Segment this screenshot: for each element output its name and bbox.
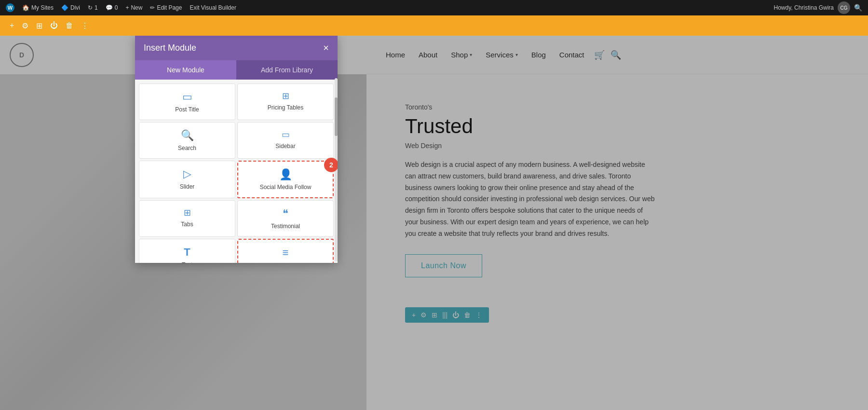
module-social-media-follow[interactable]: 👤 Social Media Follow 2 (237, 161, 334, 198)
module-slider[interactable]: ▷ Slider (139, 161, 235, 198)
tab-add-from-library[interactable]: Add From Library (236, 60, 338, 80)
avatar: CG (838, 1, 850, 14)
search-module-icon: 🔍 (181, 129, 194, 142)
pencil-icon: ✏ (150, 4, 155, 11)
slider-icon: ▷ (183, 168, 191, 180)
home-icon: 🏠 (22, 4, 29, 11)
social-media-icon: 👤 (279, 168, 292, 181)
refresh-icon: ↻ (88, 4, 93, 11)
scrollbar-thumb[interactable] (335, 97, 338, 136)
module-text[interactable]: T Text (139, 239, 235, 263)
plus-icon: + (125, 4, 129, 11)
add-section-button[interactable]: + (8, 19, 16, 32)
more-button[interactable]: ⋮ (79, 19, 91, 32)
pricing-tables-icon: ⊞ (282, 91, 289, 101)
page-wrapper: D Home About Shop ▾ Services ▾ (0, 36, 868, 410)
modal-title: Insert Module (144, 43, 196, 53)
tabs-icon: ⊞ (184, 207, 191, 218)
module-pricing-tables[interactable]: ⊞ Pricing Tables (237, 83, 334, 120)
post-title-icon: ▭ (182, 91, 192, 103)
exit-vb-link[interactable]: Exit Visual Builder (190, 4, 236, 11)
module-tabs[interactable]: ⊞ Tabs (139, 200, 235, 237)
search-icon[interactable]: 🔍 (854, 4, 862, 12)
wp-icon: W (6, 3, 14, 12)
wp-logo[interactable]: W (6, 3, 14, 12)
my-sites-link[interactable]: 🏠 My Sites (22, 4, 54, 11)
comment-icon: 💬 (106, 4, 113, 11)
module-search[interactable]: 🔍 Search (139, 122, 235, 159)
disable-button[interactable]: ⏻ (48, 19, 60, 32)
vb-toolbar: + ⚙ ⊞ ⏻ 🗑 ⋮ (0, 15, 868, 36)
admin-right: Howdy, Christina Gwira CG 🔍 (774, 1, 862, 14)
layout-button[interactable]: ⊞ (34, 19, 44, 32)
comments-link[interactable]: 💬 0 (106, 4, 118, 11)
modal-close-button[interactable]: × (323, 42, 329, 54)
modal-header: Insert Module × (135, 36, 338, 60)
divi-icon: 🔷 (61, 4, 68, 11)
updates-link[interactable]: ↻ 1 (88, 4, 98, 11)
edit-page-link[interactable]: ✏ Edit Page (150, 4, 182, 11)
module-sidebar[interactable]: ▭ Sidebar (237, 122, 334, 159)
module-grid: ▭ Post Title ⊞ Pricing Tables 🔍 Search ▭… (135, 80, 338, 263)
sidebar-icon: ▭ (282, 129, 290, 140)
testimonial-icon: ❝ (283, 207, 288, 220)
modal-tabs: New Module Add From Library (135, 60, 338, 80)
admin-bar: W 🏠 My Sites 🔷 Divi ↻ 1 💬 0 + New ✏ Edit… (0, 0, 868, 15)
module-testimonial[interactable]: ❝ Testimonial (237, 200, 334, 237)
new-link[interactable]: + New (125, 4, 142, 11)
tab-new-module[interactable]: New Module (135, 60, 236, 80)
settings-button[interactable]: ⚙ (20, 19, 30, 32)
module-post-title[interactable]: ▭ Post Title (139, 83, 235, 120)
module-toggle[interactable]: ≡ Toggle (237, 239, 334, 263)
step-2-badge: 2 (324, 158, 338, 172)
insert-module-modal: Insert Module × New Module Add From Libr… (135, 36, 338, 263)
text-icon: T (184, 246, 190, 259)
divi-link[interactable]: 🔷 Divi (61, 4, 80, 11)
modal-overlay[interactable] (0, 36, 868, 410)
toggle-icon: ≡ (283, 246, 289, 259)
delete-button[interactable]: 🗑 (64, 19, 75, 32)
